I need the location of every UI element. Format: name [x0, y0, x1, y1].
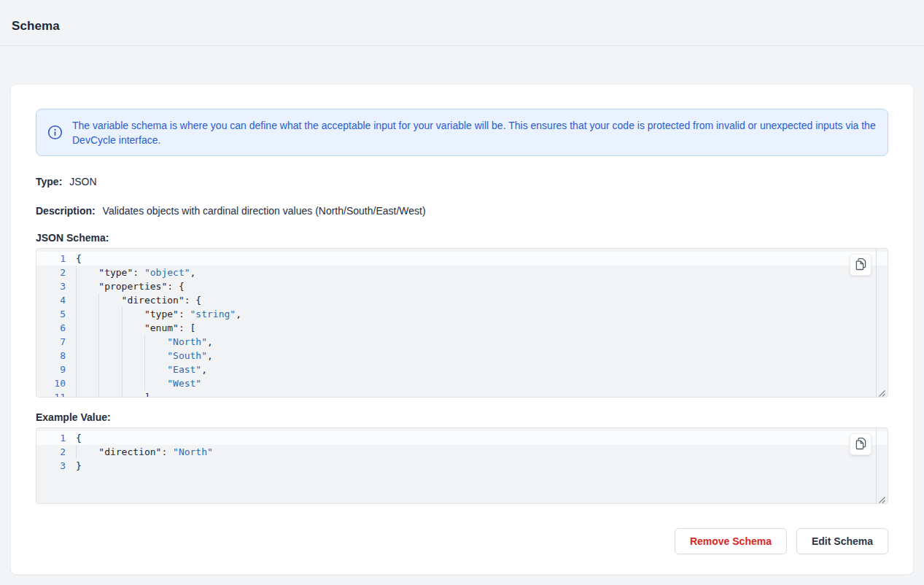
indent-guide [76, 445, 77, 459]
example-value-code: 1{2 "direction": "North"3} [36, 428, 888, 473]
edit-schema-button[interactable]: Edit Schema [796, 528, 888, 554]
copy-icon [855, 437, 867, 452]
example-value-label-row: Example Value: [36, 410, 888, 425]
indent-guide [144, 363, 145, 376]
line-number: 9 [36, 363, 66, 376]
line-number: 3 [36, 459, 66, 473]
code-line: 2 "direction": "North" [36, 445, 888, 459]
line-number: 8 [36, 349, 66, 363]
scrollbar-track[interactable] [876, 249, 877, 397]
indent-guide [144, 335, 145, 349]
line-number: 1 [36, 431, 66, 445]
code-line: 3} [36, 459, 888, 473]
line-number: 10 [36, 376, 66, 390]
banner-text: The variable schema is where you can def… [72, 118, 877, 147]
type-row: Type: JSON [36, 174, 888, 189]
info-banner: The variable schema is where you can def… [36, 109, 888, 156]
code-line: 2 "type": "object", [36, 266, 888, 279]
line-number: 5 [36, 307, 66, 321]
indent-guide [144, 376, 145, 390]
line-number: 1 [36, 252, 66, 266]
code-line: 10 "West" [36, 376, 888, 390]
type-value: JSON [69, 176, 96, 187]
page-header: Schema [0, 0, 924, 46]
indent-guide [122, 349, 123, 363]
indent-guide [98, 307, 99, 321]
indent-guide [76, 293, 77, 307]
example-value-label: Example Value: [36, 411, 111, 423]
example-value-editor[interactable]: 1{2 "direction": "North"3} [36, 427, 888, 504]
resize-handle-icon[interactable] [878, 387, 886, 395]
description-value: Validates objects with cardinal directio… [103, 205, 426, 217]
line-number: 7 [36, 335, 66, 349]
line-number: 2 [36, 445, 66, 459]
indent-guide [76, 376, 77, 390]
line-number: 11 [36, 390, 66, 398]
code-line: 8 "South", [36, 349, 888, 363]
copy-button[interactable] [850, 254, 871, 276]
json-schema-code: 1{2 "type": "object",3 "properties": {4 … [36, 249, 888, 398]
indent-guide [122, 390, 123, 398]
indent-guide [76, 335, 77, 349]
indent-guide [122, 363, 123, 376]
indent-guide [98, 376, 99, 390]
description-row: Description: Validates objects with card… [36, 204, 888, 218]
indent-guide [76, 321, 77, 335]
copy-button[interactable] [850, 433, 871, 455]
schema-card: The variable schema is where you can def… [10, 84, 914, 575]
description-label: Description: [36, 205, 96, 217]
line-number: 4 [36, 293, 66, 307]
remove-schema-button[interactable]: Remove Schema [675, 528, 787, 554]
indent-guide [76, 349, 77, 363]
code-line: 4 "direction": { [36, 293, 888, 307]
copy-icon [855, 257, 867, 273]
line-number: 2 [36, 266, 66, 279]
indent-guide [98, 335, 99, 349]
indent-guide [144, 349, 145, 363]
code-line: 11 ] [36, 390, 888, 398]
indent-guide [98, 321, 99, 335]
code-line: 5 "type": "string", [36, 307, 888, 321]
indent-guide [98, 363, 99, 376]
indent-guide [76, 390, 77, 398]
indent-guide [98, 390, 99, 398]
json-schema-label: JSON Schema: [36, 232, 109, 244]
indent-guide [76, 363, 77, 376]
code-line: 1{ [36, 431, 888, 445]
type-label: Type: [36, 176, 62, 187]
indent-guide [122, 335, 123, 349]
indent-guide [122, 321, 123, 335]
code-line: 3 "properties": { [36, 279, 888, 293]
indent-guide [76, 266, 77, 279]
code-line: 1{ [36, 252, 888, 266]
code-line: 7 "North", [36, 335, 888, 349]
page-title: Schema [12, 19, 60, 34]
indent-guide [76, 279, 77, 293]
indent-guide [98, 349, 99, 363]
json-schema-label-row: JSON Schema: [36, 230, 888, 245]
indent-guide [76, 307, 77, 321]
code-line: 9 "East", [36, 363, 888, 376]
actions-row: Remove Schema Edit Schema [36, 528, 888, 554]
code-line: 6 "enum": [ [36, 321, 888, 335]
indent-guide [122, 376, 123, 390]
indent-guide [122, 307, 123, 321]
info-circle-icon [47, 125, 63, 140]
resize-handle-icon[interactable] [878, 494, 886, 502]
indent-guide [98, 293, 99, 307]
json-schema-editor[interactable]: 1{2 "type": "object",3 "properties": {4 … [36, 248, 888, 398]
line-number: 3 [36, 279, 66, 293]
line-number: 6 [36, 321, 66, 335]
scrollbar-track[interactable] [876, 428, 877, 503]
